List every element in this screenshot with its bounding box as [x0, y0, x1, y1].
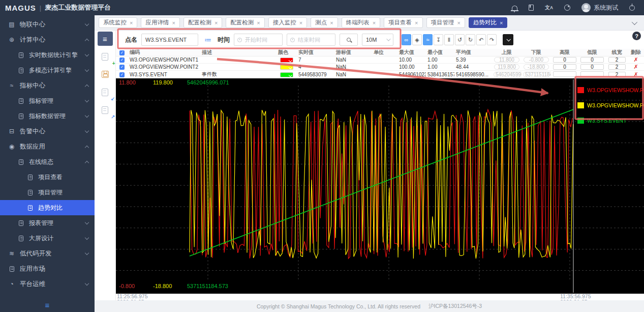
- column-header-实时值: 实时值: [297, 49, 334, 56]
- tab-终端列表[interactable]: 终端列表×: [342, 17, 380, 28]
- tab-close-icon[interactable]: ×: [214, 20, 218, 26]
- trend-chart-canvas[interactable]: 11.800119.8005462045996.071-0.800-18.800…: [116, 78, 644, 294]
- sidebar-item[interactable]: ≋低代码开发: [0, 246, 95, 261]
- low-limit-input[interactable]: 0: [580, 64, 604, 70]
- sidebar-item[interactable]: 指标管理: [0, 93, 95, 108]
- tab-close-icon[interactable]: ×: [130, 20, 133, 26]
- high-limit-input[interactable]: [553, 71, 576, 77]
- export-download-button[interactable]: ↧: [434, 34, 443, 45]
- trend-config-panel-button[interactable]: ≡: [98, 32, 113, 46]
- color-swatch[interactable]: [280, 72, 293, 77]
- cube-3d-button[interactable]: ◈: [412, 34, 422, 45]
- theme-palette-icon[interactable]: [564, 5, 570, 11]
- sidebar-item[interactable]: 报表管理: [0, 215, 95, 231]
- interval-select[interactable]: 10M: [362, 34, 393, 46]
- row-checkbox[interactable]: ✓: [119, 72, 125, 77]
- color-swatch[interactable]: [280, 65, 293, 70]
- delete-row-icon[interactable]: ✗: [633, 56, 638, 63]
- sidebar-item[interactable]: ▤物联中心: [0, 17, 95, 32]
- legend-swatch[interactable]: [577, 118, 584, 124]
- lower-limit-input[interactable]: -0.800: [524, 57, 549, 63]
- save-config-button[interactable]: [98, 67, 113, 81]
- legend-swatch[interactable]: [577, 87, 584, 93]
- tab-配置检测[interactable]: 配置检测×: [183, 17, 222, 28]
- low-limit-input[interactable]: 0: [580, 57, 604, 63]
- high-limit-input[interactable]: 0: [553, 57, 576, 63]
- tab-close-icon[interactable]: ×: [457, 20, 461, 26]
- sidebar-item[interactable]: 趋势对比: [0, 200, 95, 215]
- delete-row-icon[interactable]: ✗: [633, 71, 638, 77]
- color-swatch[interactable]: [280, 58, 293, 63]
- tab-接入监控[interactable]: 接入监控×: [268, 17, 307, 28]
- tab-测点[interactable]: 测点×: [311, 17, 338, 28]
- tab-应用详情[interactable]: 应用详情×: [141, 17, 179, 28]
- tab-趋势对比[interactable]: 趋势对比×: [469, 17, 507, 28]
- sidebar-item[interactable]: 多模态计算引擎: [0, 63, 95, 78]
- sidebar-item[interactable]: 项目管理: [0, 185, 95, 200]
- help-button[interactable]: ?: [632, 32, 641, 40]
- power-logout-icon[interactable]: [629, 5, 635, 11]
- legend-label[interactable]: W3.OPGVIEWSHOW.POINT2: [587, 102, 644, 108]
- low-limit-input[interactable]: [580, 71, 604, 77]
- tab-close-icon[interactable]: ×: [172, 20, 175, 26]
- sidebar-item[interactable]: 实时数据统计引擎: [0, 47, 95, 63]
- export-config-button[interactable]: ↗: [98, 103, 113, 117]
- user-manual-icon[interactable]: [529, 5, 534, 11]
- lower-limit-input[interactable]: 5371151184.5: [523, 72, 551, 77]
- row-checkbox[interactable]: ✓: [119, 65, 125, 70]
- tab-close-icon[interactable]: ×: [299, 20, 302, 26]
- import-config-button[interactable]: ↙: [98, 85, 113, 99]
- undo-button[interactable]: ↶: [476, 34, 486, 45]
- upper-limit-input[interactable]: 5462045996.0: [494, 72, 522, 77]
- sidebar-item[interactable]: ≈指标中心: [0, 78, 95, 93]
- high-limit-input[interactable]: 0: [553, 64, 576, 70]
- language-translate-icon[interactable]: 文A: [545, 4, 553, 11]
- tabbar-collapse-icon[interactable]: [632, 19, 637, 24]
- time-backward-button[interactable]: ↺: [455, 34, 465, 45]
- pause-button[interactable]: Ⅱ: [444, 34, 454, 45]
- line-width-input[interactable]: 2: [608, 57, 626, 63]
- tab-close-icon[interactable]: ×: [257, 20, 260, 26]
- axis-top-label: 119.800: [153, 79, 173, 86]
- tab-close-icon[interactable]: ×: [373, 20, 376, 26]
- tab-项目查看[interactable]: 项目查看×: [384, 17, 422, 28]
- notification-bell-icon[interactable]: [512, 6, 517, 10]
- line-width-input[interactable]: 2: [608, 72, 626, 77]
- tab-项目管理[interactable]: 项目管理×: [426, 17, 465, 28]
- sidebar-item[interactable]: 指标数据管理: [0, 108, 95, 124]
- sidebar-item[interactable]: ◉数据应用: [0, 139, 95, 154]
- user-chip[interactable]: 系统测试: [581, 3, 618, 12]
- search-button[interactable]: [340, 34, 358, 46]
- upper-limit-input[interactable]: 119.800: [494, 64, 519, 70]
- more-dropdown-button[interactable]: [503, 34, 513, 45]
- upper-limit-input[interactable]: 11.800: [494, 57, 519, 63]
- sidebar-item[interactable]: 项目查看: [0, 169, 95, 185]
- tab-close-icon[interactable]: ×: [500, 20, 503, 26]
- row-checkbox[interactable]: ✓: [119, 58, 125, 63]
- tab-close-icon[interactable]: ×: [415, 20, 418, 26]
- sidebar-item[interactable]: ⊟告警中心: [0, 124, 95, 139]
- lower-limit-input[interactable]: -18.800: [524, 64, 549, 70]
- tab-系统监控[interactable]: 系统监控×: [99, 17, 137, 28]
- legend-swatch[interactable]: [577, 102, 584, 108]
- delete-row-icon[interactable]: ✗: [633, 64, 638, 70]
- sidebar-item[interactable]: ◔平台运维: [0, 276, 95, 292]
- select-all-checkbox[interactable]: ✓: [119, 50, 125, 55]
- line-width-input[interactable]: 2: [608, 64, 626, 70]
- add-point-button[interactable]: +: [98, 49, 113, 64]
- point-list-icon[interactable]: ≔: [204, 36, 211, 44]
- curve-link-button[interactable]: ∞: [402, 34, 411, 45]
- sidebar-item[interactable]: 应用市场: [0, 261, 95, 276]
- time-forward-button[interactable]: ↻: [466, 34, 475, 45]
- sidebar-item[interactable]: ⊕计算中心: [0, 32, 95, 47]
- point-name-input[interactable]: [141, 34, 198, 46]
- sidebar-item[interactable]: 在线组态: [0, 154, 95, 169]
- trend-chart-button[interactable]: ≈: [423, 34, 433, 45]
- tab-配置检测[interactable]: 配置检测×: [226, 17, 264, 28]
- legend-label[interactable]: W3.OPGVIEWSHOW.POINT1: [587, 87, 644, 93]
- legend-label[interactable]: W3.SYS.EVENT: [587, 118, 627, 124]
- sidebar-item[interactable]: 大屏设计: [0, 231, 95, 246]
- sidebar-collapse-icon[interactable]: ≡: [0, 298, 95, 312]
- redo-button[interactable]: ↷: [487, 34, 497, 45]
- tab-close-icon[interactable]: ×: [330, 20, 333, 26]
